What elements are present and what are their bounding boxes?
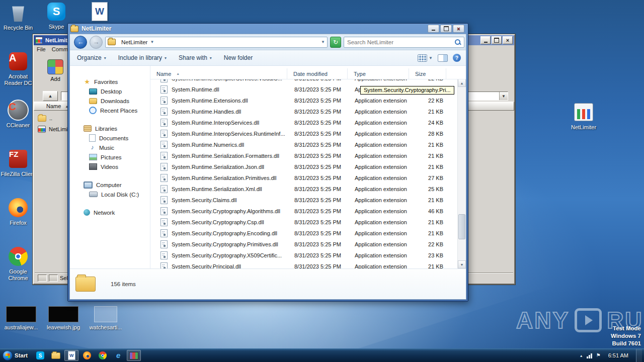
help-button[interactable]: ? xyxy=(453,54,461,62)
explorer-window[interactable]: NetLimiter × ← → NetLimiter ▼ ▼ ↻ xyxy=(67,23,468,302)
taskbar-app-button[interactable] xyxy=(96,350,110,361)
desktop-icon-netlimiter[interactable]: NetLimiter xyxy=(566,102,602,150)
breadcrumb[interactable]: NetLimiter xyxy=(121,39,147,45)
desktop-icon[interactable]: watchesarti... xyxy=(88,306,124,331)
back-button[interactable]: ← xyxy=(74,36,87,49)
refresh-button[interactable]: ↻ xyxy=(330,37,341,48)
file-row[interactable]: System.Security.Cryptography.Csp.dll 8/3… xyxy=(150,217,457,228)
file-row[interactable]: System.Security.Cryptography.X509Certifi… xyxy=(150,250,457,261)
taskbar-app-icon xyxy=(129,352,138,359)
desktop-icon[interactable]: CCleaner xyxy=(0,100,36,148)
file-row[interactable]: System.Runtime.Handles.dll 8/31/2023 5:2… xyxy=(150,106,457,117)
scrollbar-thumb[interactable] xyxy=(458,214,465,239)
address-bar[interactable]: NetLimiter ▼ ▼ xyxy=(105,37,328,48)
file-name: System.Runtime.dll xyxy=(172,86,288,93)
column-header-size[interactable]: Size xyxy=(409,68,446,79)
dll-file-icon xyxy=(160,229,168,237)
sidebar-item[interactable]: Downloads xyxy=(70,96,150,106)
sidebar-item[interactable]: Music xyxy=(70,143,150,152)
command-bar-item[interactable]: Organize ▾ xyxy=(77,54,106,61)
dll-file-icon xyxy=(160,119,168,127)
sidebar-item[interactable]: Documents xyxy=(70,133,150,143)
minimize-button[interactable] xyxy=(480,36,491,44)
desktop-icon-label: FileZilla Client xyxy=(1,171,35,177)
maximize-button[interactable] xyxy=(492,36,502,44)
column-header-name[interactable]: Name ▲ xyxy=(150,68,287,79)
file-row[interactable]: System.Runtime.Serialization.Formatters.… xyxy=(150,150,457,161)
address-history-chevron-icon[interactable]: ▼ xyxy=(321,40,325,44)
sidebar-item[interactable]: Recent Places xyxy=(70,106,150,115)
desktop-icon[interactable]: Acrobat Reader DC xyxy=(0,51,36,100)
file-row[interactable]: System.Security.Cryptography.Primitives.… xyxy=(150,239,457,250)
clock[interactable]: 6:51 AM xyxy=(604,352,632,358)
item-count: 156 items xyxy=(111,281,136,287)
sidebar-item-label: Recent Places xyxy=(100,108,137,114)
file-row[interactable]: System.Runtime.Serialization.Xml.dll 8/3… xyxy=(150,184,457,195)
file-row[interactable]: System.Security.Principal.dll 8/31/2023 … xyxy=(150,261,457,268)
desktop-icon[interactable]: FileZilla Client xyxy=(0,148,36,197)
desktop-icon[interactable]: Recycle Bin xyxy=(0,2,36,51)
desktop-icon[interactable]: australiajew... xyxy=(3,306,39,331)
taskbar-app-button[interactable] xyxy=(111,350,125,361)
file-row[interactable]: System.Security.Cryptography.Algorithms.… xyxy=(150,206,457,217)
sidebar-item[interactable]: Pictures xyxy=(70,152,150,162)
explorer-titlebar[interactable]: NetLimiter × xyxy=(69,24,466,34)
sidebar-item-libraries[interactable]: Libraries xyxy=(70,124,150,133)
command-bar-item[interactable]: New folder xyxy=(224,54,255,61)
minimize-button[interactable] xyxy=(428,25,439,33)
command-bar-item[interactable]: Include in library ▾ xyxy=(118,54,167,61)
sidebar-item[interactable]: Desktop xyxy=(70,86,150,96)
taskbar-app-button[interactable] xyxy=(64,350,78,361)
sidebar-item-computer[interactable]: Computer xyxy=(70,180,150,190)
desktop-icon[interactable]: leavewish.jpg xyxy=(45,306,82,331)
desktop-icon[interactable]: Google Chrome xyxy=(0,246,36,295)
sidebar-item[interactable]: Videos xyxy=(70,162,150,171)
show-desktop-button[interactable] xyxy=(636,349,642,362)
column-header-date-modified[interactable]: Date modified xyxy=(287,68,348,79)
menu-item[interactable]: File xyxy=(37,46,46,52)
up-directory-button[interactable]: ▲ xyxy=(43,91,58,101)
taskbar-app-button[interactable] xyxy=(80,350,94,361)
sidebar-item-favorites[interactable]: Favorites xyxy=(70,77,150,86)
taskbar-app-button[interactable] xyxy=(33,350,47,361)
status-icon xyxy=(49,275,58,282)
file-row[interactable]: System.Runtime.Serialization.Primitives.… xyxy=(150,172,457,184)
file-row[interactable]: System.Runtime.CompilerServices.VisualC.… xyxy=(150,79,457,84)
file-row[interactable]: System.Security.Claims.dll 8/31/2023 5:2… xyxy=(150,195,457,206)
maximize-button[interactable] xyxy=(440,25,452,33)
file-row[interactable]: System.Runtime.Serialization.Json.dll 8/… xyxy=(150,161,457,172)
close-button[interactable]: × xyxy=(453,25,464,33)
taskbar-app-button[interactable] xyxy=(127,350,141,361)
preview-pane-button[interactable] xyxy=(438,54,448,62)
forward-button[interactable]: → xyxy=(90,36,103,49)
file-row[interactable]: System.Runtime.Extensions.dll 8/31/2023 … xyxy=(150,95,457,106)
desktop-icon[interactable]: Firefox xyxy=(0,197,36,246)
file-row[interactable]: System.Security.Cryptography.Encoding.dl… xyxy=(150,228,457,239)
scroll-up-button[interactable]: ▲ xyxy=(458,79,466,87)
vertical-scrollbar[interactable]: ▲ ▼ xyxy=(457,79,466,268)
chevron-down-icon[interactable]: ▼ xyxy=(150,40,154,44)
scroll-down-button[interactable]: ▼ xyxy=(458,260,466,268)
action-center-flag-icon[interactable]: ⚑ xyxy=(596,353,601,358)
scrollbar-track[interactable] xyxy=(458,87,466,260)
chevron-down-icon[interactable]: ▼ xyxy=(499,92,508,100)
file-row[interactable]: System.Runtime.InteropServices.RuntimeIn… xyxy=(150,128,457,139)
column-header-type[interactable]: Type xyxy=(348,68,409,79)
search-icon[interactable] xyxy=(454,38,462,46)
file-row[interactable]: System.Runtime.InteropServices.dll 8/31/… xyxy=(150,117,457,128)
close-button[interactable]: × xyxy=(503,36,513,44)
sidebar-item[interactable]: Local Disk (C:) xyxy=(70,190,150,199)
file-name: System.Runtime.Extensions.dll xyxy=(172,98,288,104)
add-button[interactable]: Add xyxy=(43,55,68,85)
taskbar-app-button[interactable] xyxy=(49,350,63,361)
command-bar-item[interactable]: Share with ▾ xyxy=(179,54,212,61)
change-view-button[interactable]: ▼ xyxy=(418,54,433,62)
show-hidden-icons-icon[interactable]: ▲ xyxy=(580,354,583,357)
desktop-app-icon xyxy=(9,52,27,70)
search-input[interactable] xyxy=(344,39,454,45)
sidebar-item-network[interactable]: Network xyxy=(70,208,150,217)
start-button[interactable]: Start xyxy=(0,349,31,362)
search-box[interactable] xyxy=(344,37,464,48)
network-icon[interactable] xyxy=(587,353,593,358)
file-row[interactable]: System.Runtime.Numerics.dll 8/31/2023 5:… xyxy=(150,139,457,150)
